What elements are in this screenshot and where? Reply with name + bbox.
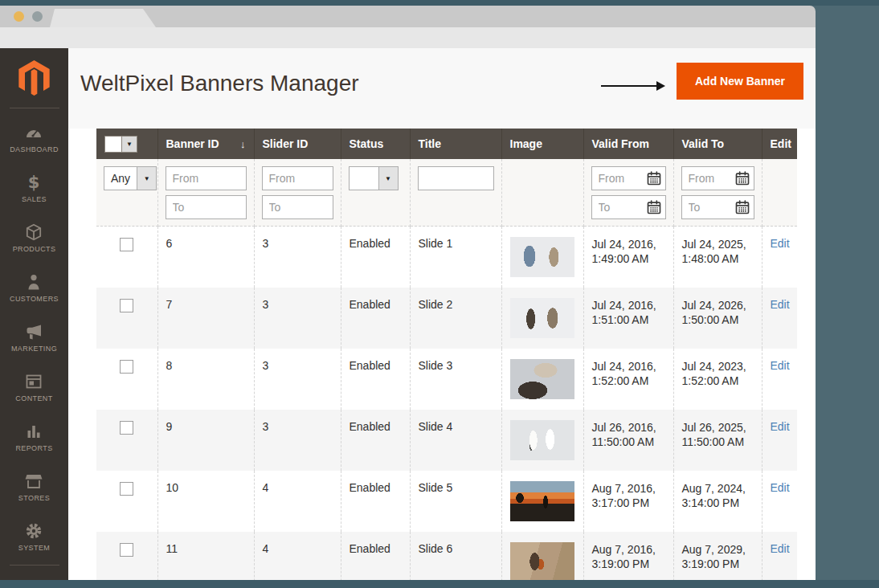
- cell-title: Slide 1: [410, 227, 501, 288]
- cell-select: [96, 410, 157, 471]
- mass-action-select[interactable]: Any ▼: [104, 166, 157, 190]
- cell-select: [96, 288, 157, 349]
- column-header-title[interactable]: Title: [410, 129, 501, 159]
- sidebar-item-label: MARKETING: [11, 345, 57, 353]
- sidebar-item-system[interactable]: SYSTEM: [10, 512, 59, 561]
- cell-status: Enabled: [341, 227, 410, 288]
- sidebar-item-stores[interactable]: STORES: [10, 462, 59, 512]
- row-checkbox[interactable]: [120, 421, 133, 435]
- sidebar-item-content[interactable]: CONTENT: [10, 362, 59, 412]
- sales-icon: [24, 173, 43, 192]
- column-header-image[interactable]: Image: [501, 129, 583, 159]
- browser-tab[interactable]: [50, 9, 156, 27]
- table-row: 6 3 Enabled Slide 1 Jul 24, 2016, 1:49:0…: [96, 227, 797, 288]
- row-checkbox[interactable]: [120, 360, 133, 374]
- column-header-valid-to[interactable]: Valid To: [673, 129, 762, 159]
- customers-icon: [24, 272, 43, 292]
- sidebar-nav: DASHBOARD SALES PRODUCTS CUSTOMERS MARKE…: [10, 113, 59, 561]
- slider-id-to-input[interactable]: [262, 195, 333, 219]
- filter-cell-title: [410, 159, 501, 227]
- window-button-close[interactable]: [32, 11, 43, 22]
- admin-sidebar: DASHBOARD SALES PRODUCTS CUSTOMERS MARKE…: [0, 48, 68, 580]
- sidebar-item-customers[interactable]: CUSTOMERS: [10, 263, 59, 312]
- cell-image: [501, 227, 583, 288]
- column-header-status[interactable]: Status: [341, 129, 410, 159]
- filter-cell-select: Any ▼: [96, 159, 157, 227]
- cell-valid-from: Aug 7, 2016, 3:17:00 PM: [583, 471, 673, 532]
- edit-link[interactable]: Edit: [771, 420, 790, 433]
- column-header-banner-id[interactable]: Banner ID ↓: [157, 129, 254, 159]
- cell-title: Slide 3: [410, 349, 501, 410]
- browser-chrome: [0, 6, 816, 27]
- calendar-icon[interactable]: [734, 170, 750, 186]
- cell-valid-to: Jul 24, 2025, 1:48:00 AM: [673, 227, 762, 288]
- table-row: 8 3 Enabled Slide 3 Jul 24, 2016, 1:52:0…: [96, 349, 797, 410]
- banners-grid: ▼ Banner ID ↓ Slider ID Status Title Ima…: [96, 129, 797, 588]
- magento-logo-icon[interactable]: [18, 60, 51, 97]
- edit-link[interactable]: Edit: [771, 298, 790, 311]
- sidebar-item-products[interactable]: PRODUCTS: [10, 213, 59, 263]
- sidebar-item-label: SALES: [22, 195, 47, 203]
- edit-link[interactable]: Edit: [771, 237, 790, 250]
- cell-edit: Edit: [762, 471, 797, 532]
- browser-window: DASHBOARD SALES PRODUCTS CUSTOMERS MARKE…: [0, 6, 816, 580]
- cell-slider-id: 3: [254, 410, 341, 471]
- chevron-down-icon: ▼: [378, 167, 398, 190]
- status-filter-value: [350, 167, 378, 190]
- reports-icon: [24, 422, 43, 441]
- cell-edit: Edit: [762, 227, 797, 288]
- banner-thumbnail: [510, 420, 574, 460]
- row-checkbox[interactable]: [120, 482, 133, 496]
- cell-banner-id: 9: [157, 410, 254, 471]
- cell-image: [501, 410, 583, 471]
- banner-id-from-input[interactable]: [166, 166, 247, 190]
- cell-image: [501, 349, 583, 410]
- row-checkbox[interactable]: [120, 238, 133, 251]
- title-filter-input[interactable]: [418, 166, 494, 190]
- sidebar-item-extensions[interactable]: [0, 570, 68, 580]
- row-checkbox[interactable]: [120, 543, 133, 557]
- column-header-select: ▼: [96, 129, 157, 159]
- filter-cell-status: ▼: [341, 159, 410, 227]
- column-header-valid-from[interactable]: Valid From: [583, 129, 673, 159]
- cell-title: Slide 4: [410, 410, 501, 471]
- cell-banner-id: 6: [157, 227, 254, 288]
- cell-valid-to: Jul 24, 2026, 1:50:00 AM: [673, 288, 762, 349]
- dashboard-icon: [24, 123, 43, 142]
- filter-cell-image: [501, 159, 583, 227]
- calendar-icon[interactable]: [734, 199, 750, 215]
- calendar-icon[interactable]: [646, 199, 662, 215]
- sidebar-item-marketing[interactable]: MARKETING: [10, 312, 59, 362]
- banner-thumbnail: [510, 542, 574, 582]
- system-icon: [24, 521, 43, 541]
- edit-link[interactable]: Edit: [771, 359, 790, 372]
- slider-id-from-input[interactable]: [262, 166, 333, 190]
- status-filter-select[interactable]: ▼: [349, 166, 399, 190]
- cell-valid-from: Jul 26, 2016, 11:50:00 AM: [583, 410, 673, 471]
- select-all-checkbox[interactable]: [105, 137, 121, 152]
- sidebar-item-reports[interactable]: REPORTS: [10, 412, 59, 462]
- grid-filter-row: Any ▼: [96, 159, 797, 227]
- cell-select: [96, 227, 157, 288]
- cell-valid-to: Jul 26, 2025, 11:50:00 AM: [673, 410, 762, 471]
- sort-descending-icon[interactable]: ↓: [240, 138, 246, 150]
- window-button-minimize[interactable]: [14, 11, 24, 22]
- table-row: 10 4 Enabled Slide 5 Aug 7, 2016, 3:17:0…: [96, 471, 797, 532]
- row-checkbox[interactable]: [120, 299, 133, 312]
- sidebar-item-sales[interactable]: SALES: [10, 163, 59, 213]
- sidebar-item-dashboard[interactable]: DASHBOARD: [10, 113, 59, 163]
- banner-id-to-input[interactable]: [166, 195, 247, 219]
- cell-banner-id: 7: [157, 288, 254, 349]
- add-new-banner-button[interactable]: Add New Banner: [677, 63, 803, 100]
- cell-banner-id: 8: [157, 349, 254, 410]
- filter-cell-valid-from: [583, 159, 673, 227]
- marketing-icon: [24, 322, 43, 341]
- column-header-slider-id[interactable]: Slider ID: [254, 129, 341, 159]
- select-all-control[interactable]: ▼: [104, 136, 137, 153]
- select-all-dropdown-icon[interactable]: ▼: [121, 137, 137, 152]
- calendar-icon[interactable]: [646, 170, 662, 186]
- edit-link[interactable]: Edit: [771, 542, 790, 555]
- edit-link[interactable]: Edit: [771, 481, 790, 494]
- cell-status: Enabled: [341, 349, 410, 410]
- screen-frame-top: [0, 0, 879, 6]
